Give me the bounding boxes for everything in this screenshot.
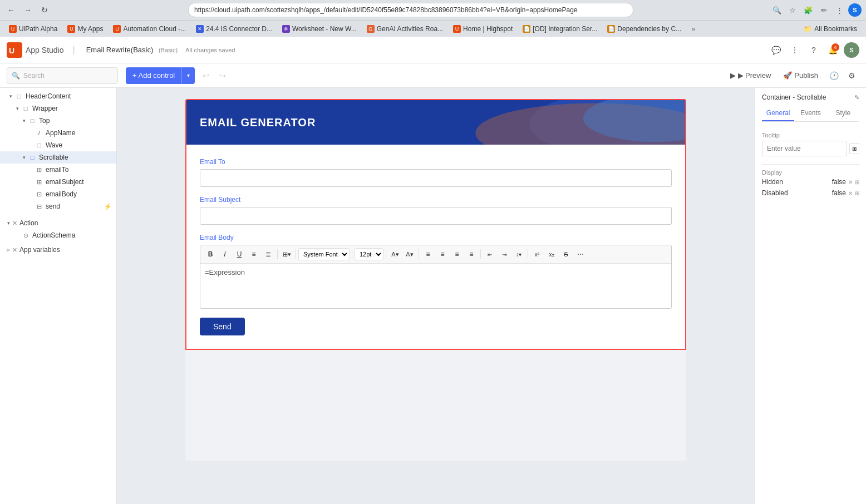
email-to-label: Email To — [200, 158, 672, 166]
tree-item-scrollable[interactable]: ▾ □ Scrollable — [0, 151, 116, 164]
align-right-btn[interactable]: ≡ — [450, 248, 464, 261]
bookmark-integration[interactable]: 📄 [OD] Integration Ser... — [518, 24, 602, 34]
more-icon[interactable]: ⋮ — [833, 3, 846, 17]
header-wave-svg — [386, 100, 685, 145]
indent-left-btn[interactable]: ⇤ — [483, 248, 496, 261]
tooltip-expand-btn[interactable]: ⊞ — [849, 143, 859, 154]
bookmark-genai[interactable]: G GenAI Activities Roa... — [362, 24, 447, 34]
strikethrough-btn[interactable]: S — [559, 248, 573, 261]
more-options-btn[interactable]: ⋮ — [787, 42, 803, 58]
history-btn[interactable]: 🕐 — [826, 68, 842, 83]
pen-icon[interactable]: ✏ — [817, 3, 830, 17]
tree-item-wrapper[interactable]: ▾ □ Wrapper — [0, 102, 116, 115]
tree-item-header-content[interactable]: ▾ □ HeaderContent ⋯ — [0, 90, 116, 102]
refresh-button[interactable]: ↻ — [38, 3, 51, 17]
unordered-list-btn[interactable]: ≡ — [247, 248, 260, 261]
font-size-select[interactable]: 12pt — [355, 248, 383, 260]
user-profile-icon[interactable]: S — [848, 3, 862, 17]
tree-item-emailto[interactable]: ▶ ⊞ emailTo — [0, 164, 116, 176]
bookmark-highspot[interactable]: U Home | Highspot — [449, 24, 517, 34]
align-left-btn[interactable]: ≡ — [421, 248, 435, 261]
comment-icon-btn[interactable]: 💬 — [768, 42, 784, 58]
tree-item-appname[interactable]: ▶ I AppName — [0, 127, 116, 139]
star-icon[interactable]: ☆ — [786, 3, 799, 17]
editor-content[interactable]: =Expression — [200, 264, 671, 308]
hidden-clear-btn[interactable]: ✕ — [848, 179, 853, 185]
settings-btn[interactable]: ⚙ — [844, 68, 859, 83]
search-box[interactable]: 🔍 Search — [7, 67, 118, 84]
disabled-clear-btn[interactable]: ✕ — [848, 190, 853, 196]
ordered-list-btn[interactable]: ≣ — [262, 248, 275, 261]
bookmark-favicon: 📄 — [523, 25, 530, 33]
tree-more-btn[interactable]: ⋯ — [103, 92, 112, 101]
tree-item-actionschema[interactable]: ▶ ⊙ ActionSchema — [0, 229, 116, 241]
font-color-btn[interactable]: A▾ — [388, 248, 402, 261]
user-avatar[interactable]: S — [844, 42, 859, 58]
back-button[interactable]: ← — [4, 3, 18, 17]
subscript-btn[interactable]: x₂ — [545, 248, 558, 261]
section-action[interactable]: ▾ ✕ Action — [0, 217, 116, 229]
undo-redo-group: ↩ ↪ — [198, 68, 230, 83]
email-to-input[interactable] — [200, 169, 672, 187]
table-btn[interactable]: ⊞▾ — [280, 248, 293, 261]
tab-events[interactable]: Events — [794, 106, 826, 121]
all-bookmarks[interactable]: 📁 All Bookmarks — [799, 24, 862, 34]
add-control-dropdown-btn[interactable]: ▾ — [181, 67, 195, 84]
bookmark-connector[interactable]: ✕ 24.4 IS Connector D... — [191, 24, 277, 34]
bookmark-favicon: ❄ — [282, 25, 290, 33]
preview-label: ▶ Preview — [738, 71, 771, 80]
publish-button[interactable]: 🚀 Publish — [779, 67, 823, 84]
bold-btn[interactable]: B — [204, 248, 217, 261]
disabled-row: Disabled false ✕ ⊞ — [762, 189, 859, 197]
tree-label: HeaderContent — [26, 92, 103, 100]
forward-button[interactable]: → — [21, 3, 35, 17]
tree-item-emailsubject[interactable]: ▶ ⊞ emailSubject — [0, 176, 116, 188]
undo-btn[interactable]: ↩ — [198, 68, 214, 83]
preview-button[interactable]: ▶ ▶ Preview — [726, 67, 776, 84]
bookmark-worksheet[interactable]: ❄ Worksheet - New W... — [278, 24, 361, 34]
align-justify-btn[interactable]: ≡ — [465, 248, 478, 261]
tab-general[interactable]: General — [762, 106, 794, 121]
bookmark-automation-cloud[interactable]: U Automation Cloud -... — [109, 24, 190, 34]
add-control-button[interactable]: + Add control — [126, 67, 181, 84]
redo-btn[interactable]: ↪ — [215, 68, 230, 83]
italic-btn[interactable]: I — [218, 248, 232, 261]
line-spacing-btn[interactable]: ↕▾ — [512, 248, 525, 261]
address-bar[interactable]: https://cloud.uipath.com/scottezshqlh/ap… — [188, 3, 633, 17]
send-button[interactable]: Send — [200, 318, 245, 335]
tree-item-wave[interactable]: ▶ □ Wave — [0, 139, 116, 151]
underline-btn[interactable]: U — [233, 248, 246, 261]
font-family-select[interactable]: System Font — [298, 248, 350, 260]
tree-label: Wave — [46, 141, 112, 149]
zoom-icon[interactable]: 🔍 — [770, 3, 784, 17]
email-header-title: EMAIL GENERATOR — [200, 116, 316, 129]
tree-item-send[interactable]: ▶ ⊟ send ⚡ — [0, 200, 116, 213]
add-control-group: + Add control ▾ — [126, 67, 195, 84]
hidden-expand-btn[interactable]: ⊞ — [855, 179, 859, 185]
highlight-color-btn[interactable]: A▾ — [403, 248, 416, 261]
email-subject-input[interactable] — [200, 207, 672, 225]
tree-item-emailbody[interactable]: ▶ ⊡ emailBody — [0, 188, 116, 200]
section-app-variables[interactable]: ▶ ✕ App variables — [0, 244, 116, 256]
more-options-editor-btn[interactable]: ⋯ — [574, 248, 587, 261]
bookmark-uipath-alpha[interactable]: U UiPath Alpha — [4, 24, 62, 34]
superscript-btn[interactable]: x² — [530, 248, 544, 261]
bookmark-my-apps[interactable]: U My Apps — [63, 24, 107, 34]
tooltip-input[interactable] — [762, 141, 847, 156]
extension-icon[interactable]: 🧩 — [801, 3, 815, 17]
schema-icon: ⊙ — [21, 231, 30, 240]
indent-right-btn[interactable]: ⇥ — [498, 248, 511, 261]
tree-label: AppName — [46, 129, 112, 137]
disabled-expand-btn[interactable]: ⊞ — [855, 190, 859, 196]
email-body-field: Email Body B I U ≡ ≣ ⊞▾ — [200, 234, 672, 309]
tab-style[interactable]: Style — [827, 106, 859, 121]
edit-icon[interactable]: ✎ — [854, 94, 859, 101]
divider — [277, 249, 278, 259]
more-bookmarks-icon[interactable]: » — [687, 22, 700, 36]
tree-item-top[interactable]: ▾ □ Top — [0, 115, 116, 127]
align-center-btn[interactable]: ≡ — [436, 248, 449, 261]
expression-text: =Expression — [205, 268, 245, 276]
bookmark-dependencies[interactable]: 📄 Dependencies by C... — [603, 24, 686, 34]
help-btn[interactable]: ? — [806, 42, 821, 58]
email-to-field: Email To — [200, 158, 672, 187]
